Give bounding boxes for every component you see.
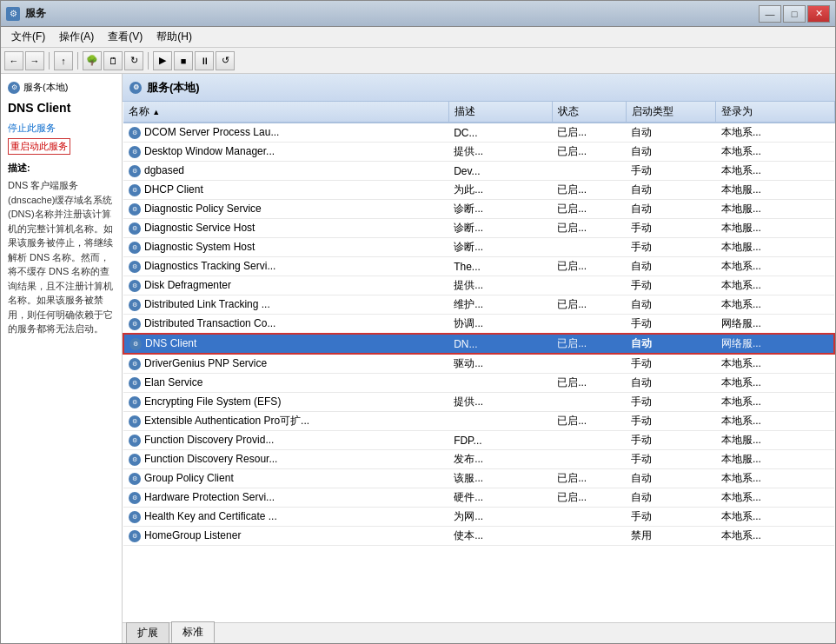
table-row[interactable]: ⚙Distributed Transaction Co...协调...手动网络服… <box>123 315 834 335</box>
main-window: ⚙ 服务 — □ ✕ 文件(F) 操作(A) 查看(V) 帮助(H) ← → ↑… <box>0 0 836 644</box>
left-panel-title: 服务(本地) <box>23 81 68 94</box>
cell-login: 本地系... <box>716 393 834 412</box>
cell-desc: 为网... <box>448 508 552 527</box>
table-row[interactable]: ⚙Elan Service已启...自动本地系... <box>123 374 834 393</box>
cell-status <box>552 508 626 527</box>
service-icon: ⚙ <box>129 473 141 485</box>
pause-service-button[interactable]: ⏸ <box>195 51 214 70</box>
table-row[interactable]: ⚙Health Key and Certificate ...为网...手动本地… <box>123 508 834 527</box>
cell-login: 本地系... <box>716 295 834 315</box>
table-row[interactable]: ⚙DCOM Server Process Lau...DC...已启...自动本… <box>123 123 834 143</box>
col-header-startup[interactable]: 启动类型 <box>626 102 716 123</box>
up-button[interactable]: ↑ <box>54 51 73 70</box>
cell-startup: 禁用 <box>626 527 716 546</box>
cell-status <box>552 354 626 374</box>
maximize-button[interactable]: □ <box>783 5 806 23</box>
cell-desc: 使本... <box>448 527 552 546</box>
cell-login: 本地系... <box>716 412 834 431</box>
menu-help[interactable]: 帮助(H) <box>149 28 199 46</box>
service-icon: ⚙ <box>129 318 141 330</box>
table-row[interactable]: ⚙Function Discovery Provid...FDP...手动本地服… <box>123 431 834 450</box>
table-row[interactable]: ⚙DriverGenius PNP Service驱动...手动本地系... <box>123 354 834 374</box>
cell-desc: FDP... <box>448 431 552 450</box>
service-icon: ⚙ <box>129 492 141 504</box>
table-row[interactable]: ⚙Diagnostic Policy Service诊断...已启...自动本地… <box>123 200 834 219</box>
table-row[interactable]: ⚙Diagnostic System Host诊断...手动本地服... <box>123 238 834 257</box>
start-service-button[interactable]: ▶ <box>153 51 172 70</box>
cell-desc: 诊断... <box>448 219 552 238</box>
cell-login: 本地系... <box>716 374 834 393</box>
forward-button[interactable]: → <box>25 51 44 70</box>
service-icon: ⚙ <box>129 530 141 542</box>
cell-startup: 手动 <box>626 315 716 335</box>
table-row[interactable]: ⚙DHCP Client为此...已启...自动本地服... <box>123 181 834 200</box>
cell-desc: DC... <box>448 123 552 143</box>
service-icon: ⚙ <box>129 222 141 235</box>
service-icon: ⚙ <box>129 396 141 408</box>
service-icon: ⚙ <box>129 415 141 428</box>
col-header-name[interactable]: 名称 ▲ <box>123 102 448 123</box>
menu-file[interactable]: 文件(F) <box>4 28 52 46</box>
table-row[interactable]: ⚙dgbasedDev...手动本地系... <box>123 162 834 181</box>
back-button[interactable]: ← <box>4 51 23 70</box>
col-header-status[interactable]: 状态 <box>552 102 626 123</box>
col-header-login[interactable]: 登录为 <box>716 102 834 123</box>
show-hide-tree[interactable]: 🌳 <box>83 51 102 70</box>
table-row[interactable]: ⚙DNS ClientDN...已启...自动网络服... <box>123 334 834 354</box>
close-button[interactable]: ✕ <box>807 5 830 23</box>
table-row[interactable]: ⚙Function Discovery Resour...发布...手动本地服.… <box>123 450 834 469</box>
main-area: ⚙ 服务(本地) DNS Client 停止此服务 重启动此服务 描述: DNS… <box>1 74 835 643</box>
table-row[interactable]: ⚙Distributed Link Tracking ...维护...已启...… <box>123 295 834 315</box>
table-row[interactable]: ⚙Desktop Window Manager...提供...已启...自动本地… <box>123 143 834 162</box>
table-row[interactable]: ⚙Diagnostics Tracking Servi...The...已启..… <box>123 257 834 276</box>
cell-status <box>552 393 626 412</box>
service-icon: ⚙ <box>129 184 141 196</box>
cell-name: ⚙Extensible Authentication Pro可扩... <box>123 412 448 431</box>
cell-login: 网络服... <box>716 315 834 335</box>
stop-service-link[interactable]: 停止此服务 <box>8 122 115 135</box>
cell-startup: 自动 <box>626 374 716 393</box>
cell-desc: 该服... <box>448 469 552 488</box>
description-text: DNS 客户端服务(dnscache)缓存域名系统(DNS)名称并注册该计算机的… <box>8 178 115 336</box>
table-row[interactable]: ⚙Group Policy Client该服...已启...自动本地系... <box>123 469 834 488</box>
service-icon: ⚙ <box>129 242 141 254</box>
table-row[interactable]: ⚙Disk Defragmenter提供...手动本地系... <box>123 276 834 295</box>
tab-standard[interactable]: 标准 <box>171 621 215 643</box>
cell-status: 已启... <box>552 374 626 393</box>
service-table[interactable]: 名称 ▲ 描述 状态 启动类型 登录为 ⚙DCOM Server Process… <box>123 102 835 622</box>
cell-status: 已启... <box>552 334 626 354</box>
left-panel-header: ⚙ 服务(本地) <box>8 81 115 94</box>
stop-service-button[interactable]: ■ <box>174 51 193 70</box>
minimize-button[interactable]: — <box>759 5 781 23</box>
properties-button[interactable]: 🗒 <box>103 51 123 70</box>
table-row[interactable]: ⚙Extensible Authentication Pro可扩...已启...… <box>123 412 834 431</box>
service-icon: ⚙ <box>129 165 141 177</box>
cell-desc: 协调... <box>448 315 552 335</box>
service-icon: ⚙ <box>129 435 141 447</box>
cell-login: 本地服... <box>716 181 834 200</box>
app-icon: ⚙ <box>6 7 20 21</box>
restart-service-link[interactable]: 重启动此服务 <box>8 138 115 155</box>
cell-desc: 诊断... <box>448 200 552 219</box>
description-label: 描述: <box>8 162 115 175</box>
table-row[interactable]: ⚙Encrypting File System (EFS)提供...手动本地系.… <box>123 393 834 412</box>
menu-action[interactable]: 操作(A) <box>52 28 101 46</box>
cell-status: 已启... <box>552 123 626 143</box>
cell-startup: 手动 <box>626 450 716 469</box>
cell-desc: 提供... <box>448 276 552 295</box>
table-row[interactable]: ⚙Diagnostic Service Host诊断...已启...手动本地服.… <box>123 219 834 238</box>
cell-desc: 驱动... <box>448 354 552 374</box>
cell-status <box>552 527 626 546</box>
restart-service-button[interactable]: ↺ <box>216 51 235 70</box>
table-row[interactable]: ⚙HomeGroup Listener使本...禁用本地系... <box>123 527 834 546</box>
cell-startup: 手动 <box>626 508 716 527</box>
col-header-desc[interactable]: 描述 <box>448 102 552 123</box>
cell-startup: 自动 <box>626 181 716 200</box>
menu-view[interactable]: 查看(V) <box>101 28 149 46</box>
cell-startup: 自动 <box>626 488 716 508</box>
refresh-button[interactable]: ↻ <box>124 51 143 70</box>
tab-expand[interactable]: 扩展 <box>126 622 169 643</box>
table-row[interactable]: ⚙Hardware Protection Servi...硬件...已启...自… <box>123 488 834 508</box>
toolbar-separator-3 <box>148 52 149 70</box>
cell-login: 本地系... <box>716 276 834 295</box>
